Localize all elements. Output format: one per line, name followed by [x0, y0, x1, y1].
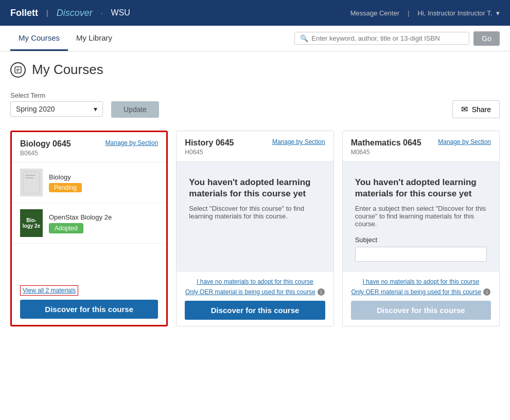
page-title: My Courses: [32, 62, 103, 78]
term-label: Select Term: [10, 92, 103, 99]
material-info-biology-pending: Biology Pending: [49, 173, 158, 192]
oer-row-history: Only OER material is being used for this…: [185, 288, 325, 296]
empty-state-desc-math: Enter a subject then select "Discover fo…: [355, 205, 487, 228]
svg-rect-0: [15, 67, 21, 73]
course-info-history: History 0645 H0645: [185, 138, 234, 156]
oer-row-math: Only OER material is being used for this…: [351, 288, 491, 296]
material-row-biology-pending: Biology Pending: [12, 162, 166, 203]
courses-icon: [14, 66, 22, 74]
empty-state-math: You haven't adopted learning materials f…: [343, 161, 499, 272]
logo-separator: |: [46, 9, 48, 17]
empty-state-title-math: You haven't adopted learning materials f…: [355, 177, 487, 199]
term-caret-icon: ▾: [94, 105, 97, 113]
page-content: My Courses Select Term Spring 2020 ▾ Upd…: [0, 51, 510, 337]
user-caret-icon: ▾: [496, 9, 500, 17]
header-logo-group: Follett | Discover · WSU: [10, 8, 130, 19]
course-card-math: Mathematics 0645 M0645 Manage by Section…: [342, 131, 500, 326]
term-value: Spring 2020: [16, 105, 55, 113]
user-menu[interactable]: Hi, Instructor Instructor T. ▾: [417, 9, 500, 17]
logo-dot: ·: [101, 9, 103, 17]
empty-state-history: You haven't adopted learning materials f…: [177, 161, 333, 272]
svg-rect-4: [25, 175, 36, 176]
course-name-history: History 0645: [185, 138, 234, 148]
update-button[interactable]: Update: [111, 101, 159, 118]
nav-search-area: 🔍 Go: [294, 31, 500, 46]
header-right: Message Center | Hi, Instructor Instruct…: [350, 9, 500, 17]
empty-state-desc-history: Select "Discover for this course" to fin…: [189, 205, 321, 220]
subject-field-group: Subject: [355, 236, 487, 262]
search-go-button[interactable]: Go: [473, 31, 500, 46]
discover-button-math[interactable]: Discover for this course: [351, 301, 491, 320]
manage-section-link-history[interactable]: Manage by Section: [272, 138, 325, 145]
term-dropdown[interactable]: Spring 2020 ▾: [10, 101, 103, 117]
course-id-math: M0645: [351, 149, 421, 156]
svg-rect-5: [25, 177, 33, 178]
empty-state-title-history: You haven't adopted learning materials f…: [189, 177, 321, 199]
course-card-header-math: Mathematics 0645 M0645 Manage by Section: [343, 131, 499, 161]
term-select-group: Select Term Spring 2020 ▾: [10, 92, 103, 117]
status-badge-adopted: Adopted: [49, 223, 83, 233]
search-box: 🔍: [294, 32, 469, 45]
no-materials-link-math[interactable]: I have no materials to adopt for this co…: [351, 278, 491, 285]
course-card-footer-biology: View all 2 materials Discover for this c…: [12, 279, 166, 325]
material-title-openstax: OpenStax Biology 2e: [49, 213, 158, 221]
info-icon-history: i: [318, 288, 325, 296]
course-info-biology: Biology 0645 B0645: [20, 139, 71, 157]
material-info-openstax: OpenStax Biology 2e Adopted: [49, 213, 158, 233]
material-title-biology: Biology: [49, 173, 158, 181]
course-id-biology: B0645: [20, 150, 71, 157]
discover-button-biology[interactable]: Discover for this course: [20, 300, 158, 319]
svg-rect-2: [16, 70, 19, 71]
institution-name: WSU: [111, 8, 130, 17]
course-card-header-biology: Biology 0645 B0645 Manage by Section: [12, 132, 166, 162]
share-label: Share: [472, 105, 491, 114]
page-title-row: My Courses: [10, 62, 500, 78]
search-input[interactable]: [311, 34, 464, 42]
oer-link-history[interactable]: Only OER material is being used for this…: [185, 288, 315, 296]
main-nav: My Courses My Library 🔍 Go: [0, 26, 510, 51]
view-all-link-biology[interactable]: View all 2 materials: [20, 285, 78, 296]
share-btn-group: ✉ Share: [452, 100, 500, 118]
course-card-header-history: History 0645 H0645 Manage by Section: [177, 131, 333, 161]
no-materials-link-history[interactable]: I have no materials to adopt for this co…: [185, 278, 325, 285]
share-button[interactable]: ✉ Share: [452, 100, 500, 118]
material-thumb-biology: [20, 169, 43, 196]
term-row: Select Term Spring 2020 ▾ Update ✉ Share: [10, 90, 500, 118]
manage-section-link-math[interactable]: Manage by Section: [438, 138, 491, 145]
follett-logo: Follett: [10, 8, 38, 19]
info-icon-math: i: [483, 288, 490, 296]
nav-links: My Courses My Library: [10, 26, 120, 51]
course-card-footer-history: I have no materials to adopt for this co…: [177, 272, 333, 326]
course-card-body-biology: Biology Pending Bio-logy 2e OpenStax Bio…: [12, 162, 166, 279]
page-title-icon: [10, 62, 26, 78]
share-icon: ✉: [461, 104, 468, 114]
search-icon: 🔍: [300, 34, 308, 42]
discover-logo: Discover: [57, 8, 93, 19]
course-id-history: H0645: [185, 149, 234, 156]
course-name-math: Mathematics 0645: [351, 138, 421, 148]
nav-my-library[interactable]: My Library: [68, 26, 120, 51]
subject-label: Subject: [355, 236, 487, 244]
course-card-biology: Biology 0645 B0645 Manage by Section: [10, 131, 168, 326]
course-card-footer-math: I have no materials to adopt for this co…: [343, 272, 499, 326]
manage-section-link-biology[interactable]: Manage by Section: [105, 139, 159, 147]
subject-input[interactable]: [355, 247, 487, 262]
app-header: Follett | Discover · WSU Message Center …: [0, 0, 510, 26]
oer-link-math[interactable]: Only OER material is being used for this…: [351, 288, 481, 296]
nav-my-courses[interactable]: My Courses: [10, 26, 68, 51]
material-row-openstax: Bio-logy 2e OpenStax Biology 2e Adopted: [12, 203, 166, 244]
message-center-link[interactable]: Message Center: [350, 9, 399, 17]
course-name-biology: Biology 0645: [20, 139, 71, 149]
discover-button-history[interactable]: Discover for this course: [185, 301, 325, 320]
status-badge-pending: Pending: [49, 183, 82, 192]
courses-grid: Biology 0645 B0645 Manage by Section: [10, 131, 500, 326]
course-info-math: Mathematics 0645 M0645: [351, 138, 421, 156]
svg-rect-1: [16, 69, 20, 70]
header-divider: |: [408, 9, 409, 17]
course-card-history: History 0645 H0645 Manage by Section You…: [176, 131, 333, 326]
user-name: Hi, Instructor Instructor T.: [417, 9, 492, 17]
book-placeholder-icon: [22, 171, 41, 194]
material-thumb-openstax: Bio-logy 2e: [20, 209, 43, 237]
